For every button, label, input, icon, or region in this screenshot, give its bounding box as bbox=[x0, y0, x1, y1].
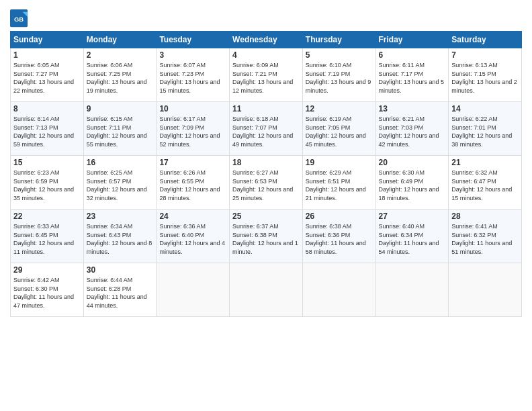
day-number: 29 bbox=[13, 265, 81, 275]
day-info: Sunrise: 6:07 AMSunset: 7:23 PMDaylight:… bbox=[159, 61, 226, 95]
day-number: 21 bbox=[451, 158, 519, 167]
day-info: Sunrise: 6:14 AMSunset: 7:13 PMDaylight:… bbox=[13, 115, 81, 148]
calendar-cell: 3Sunrise: 6:07 AMSunset: 7:23 PMDaylight… bbox=[157, 48, 230, 102]
calendar-cell: 4Sunrise: 6:09 AMSunset: 7:21 PMDaylight… bbox=[230, 48, 303, 102]
calendar-cell: 13Sunrise: 6:21 AMSunset: 7:03 PMDayligh… bbox=[375, 102, 449, 156]
day-info: Sunrise: 6:42 AMSunset: 6:30 PMDaylight:… bbox=[13, 276, 81, 310]
day-info: Sunrise: 6:37 AMSunset: 6:38 PMDaylight:… bbox=[232, 222, 300, 256]
day-info: Sunrise: 6:32 AMSunset: 6:47 PMDaylight:… bbox=[451, 169, 519, 202]
day-number: 1 bbox=[13, 50, 81, 60]
day-number: 9 bbox=[87, 104, 154, 113]
weekday-header-friday: Friday bbox=[375, 32, 449, 48]
day-info: Sunrise: 6:10 AMSunset: 7:19 PMDaylight:… bbox=[306, 61, 373, 95]
week-row-4: 22Sunrise: 6:33 AMSunset: 6:45 PMDayligh… bbox=[11, 210, 522, 263]
day-info: Sunrise: 6:17 AMSunset: 7:09 PMDaylight:… bbox=[159, 115, 226, 148]
day-number: 6 bbox=[379, 50, 446, 60]
day-info: Sunrise: 6:27 AMSunset: 6:53 PMDaylight:… bbox=[232, 169, 300, 202]
calendar-cell: 2Sunrise: 6:06 AMSunset: 7:25 PMDaylight… bbox=[83, 48, 157, 102]
day-info: Sunrise: 6:06 AMSunset: 7:25 PMDaylight:… bbox=[87, 61, 154, 95]
weekday-header-sunday: Sunday bbox=[11, 32, 84, 48]
day-number: 20 bbox=[379, 158, 446, 167]
calendar-cell: 10Sunrise: 6:17 AMSunset: 7:09 PMDayligh… bbox=[157, 102, 230, 156]
calendar-cell: 29Sunrise: 6:42 AMSunset: 6:30 PMDayligh… bbox=[11, 263, 84, 317]
day-number: 30 bbox=[87, 265, 154, 275]
week-row-5: 29Sunrise: 6:42 AMSunset: 6:30 PMDayligh… bbox=[11, 263, 522, 317]
day-number: 16 bbox=[87, 158, 154, 167]
day-number: 7 bbox=[451, 50, 519, 60]
day-number: 10 bbox=[159, 104, 226, 113]
day-info: Sunrise: 6:11 AMSunset: 7:17 PMDaylight:… bbox=[379, 61, 446, 95]
calendar-cell: 19Sunrise: 6:29 AMSunset: 6:51 PMDayligh… bbox=[302, 156, 375, 210]
day-number: 27 bbox=[379, 212, 446, 221]
week-row-2: 8Sunrise: 6:14 AMSunset: 7:13 PMDaylight… bbox=[11, 102, 522, 156]
calendar-cell: 7Sunrise: 6:13 AMSunset: 7:15 PMDaylight… bbox=[449, 48, 522, 102]
calendar-cell bbox=[302, 263, 375, 317]
calendar-cell: 27Sunrise: 6:40 AMSunset: 6:34 PMDayligh… bbox=[375, 210, 449, 263]
day-info: Sunrise: 6:19 AMSunset: 7:05 PMDaylight:… bbox=[306, 115, 373, 148]
day-number: 24 bbox=[159, 212, 226, 221]
day-number: 28 bbox=[451, 212, 519, 221]
day-number: 18 bbox=[232, 158, 300, 167]
calendar-cell: 6Sunrise: 6:11 AMSunset: 7:17 PMDaylight… bbox=[375, 48, 449, 102]
day-info: Sunrise: 6:22 AMSunset: 7:01 PMDaylight:… bbox=[451, 115, 519, 148]
day-info: Sunrise: 6:29 AMSunset: 6:51 PMDaylight:… bbox=[306, 169, 373, 202]
day-info: Sunrise: 6:40 AMSunset: 6:34 PMDaylight:… bbox=[379, 222, 446, 256]
weekday-header-tuesday: Tuesday bbox=[157, 32, 230, 48]
weekday-header-monday: Monday bbox=[83, 32, 157, 48]
day-info: Sunrise: 6:09 AMSunset: 7:21 PMDaylight:… bbox=[232, 61, 300, 95]
calendar-cell bbox=[230, 263, 303, 317]
week-row-3: 15Sunrise: 6:23 AMSunset: 6:59 PMDayligh… bbox=[11, 156, 522, 210]
day-number: 11 bbox=[232, 104, 300, 113]
day-info: Sunrise: 6:26 AMSunset: 6:55 PMDaylight:… bbox=[159, 169, 226, 202]
day-number: 12 bbox=[306, 104, 373, 113]
calendar-cell: 8Sunrise: 6:14 AMSunset: 7:13 PMDaylight… bbox=[11, 102, 84, 156]
day-info: Sunrise: 6:05 AMSunset: 7:27 PMDaylight:… bbox=[13, 61, 81, 95]
logo: GB bbox=[10, 9, 30, 28]
calendar-cell: 17Sunrise: 6:26 AMSunset: 6:55 PMDayligh… bbox=[157, 156, 230, 210]
day-info: Sunrise: 6:25 AMSunset: 6:57 PMDaylight:… bbox=[87, 169, 154, 202]
calendar-cell: 21Sunrise: 6:32 AMSunset: 6:47 PMDayligh… bbox=[449, 156, 522, 210]
day-info: Sunrise: 6:38 AMSunset: 6:36 PMDaylight:… bbox=[306, 222, 373, 256]
calendar-cell: 25Sunrise: 6:37 AMSunset: 6:38 PMDayligh… bbox=[230, 210, 303, 263]
day-info: Sunrise: 6:13 AMSunset: 7:15 PMDaylight:… bbox=[451, 61, 519, 95]
day-number: 5 bbox=[306, 50, 373, 60]
calendar-cell bbox=[449, 263, 522, 317]
calendar-cell: 20Sunrise: 6:30 AMSunset: 6:49 PMDayligh… bbox=[375, 156, 449, 210]
day-info: Sunrise: 6:30 AMSunset: 6:49 PMDaylight:… bbox=[379, 169, 446, 202]
week-row-1: 1Sunrise: 6:05 AMSunset: 7:27 PMDaylight… bbox=[11, 48, 522, 102]
calendar-cell: 30Sunrise: 6:44 AMSunset: 6:28 PMDayligh… bbox=[83, 263, 157, 317]
calendar-cell: 23Sunrise: 6:34 AMSunset: 6:43 PMDayligh… bbox=[83, 210, 157, 263]
calendar-cell: 5Sunrise: 6:10 AMSunset: 7:19 PMDaylight… bbox=[302, 48, 375, 102]
day-number: 8 bbox=[13, 104, 81, 113]
day-info: Sunrise: 6:44 AMSunset: 6:28 PMDaylight:… bbox=[87, 276, 154, 310]
calendar-cell: 15Sunrise: 6:23 AMSunset: 6:59 PMDayligh… bbox=[11, 156, 84, 210]
day-number: 23 bbox=[87, 212, 154, 221]
calendar-cell bbox=[157, 263, 230, 317]
day-info: Sunrise: 6:36 AMSunset: 6:40 PMDaylight:… bbox=[159, 222, 226, 256]
logo-icon: GB bbox=[10, 9, 29, 28]
day-number: 4 bbox=[232, 50, 300, 60]
svg-text:GB: GB bbox=[14, 16, 24, 23]
calendar-cell bbox=[375, 263, 449, 317]
day-number: 26 bbox=[306, 212, 373, 221]
calendar: SundayMondayTuesdayWednesdayThursdayFrid… bbox=[10, 31, 522, 317]
day-number: 19 bbox=[306, 158, 373, 167]
calendar-cell: 11Sunrise: 6:18 AMSunset: 7:07 PMDayligh… bbox=[230, 102, 303, 156]
day-info: Sunrise: 6:41 AMSunset: 6:32 PMDaylight:… bbox=[451, 222, 519, 256]
calendar-cell: 26Sunrise: 6:38 AMSunset: 6:36 PMDayligh… bbox=[302, 210, 375, 263]
day-info: Sunrise: 6:23 AMSunset: 6:59 PMDaylight:… bbox=[13, 169, 81, 202]
day-number: 14 bbox=[451, 104, 519, 113]
calendar-cell: 24Sunrise: 6:36 AMSunset: 6:40 PMDayligh… bbox=[157, 210, 230, 263]
calendar-cell: 22Sunrise: 6:33 AMSunset: 6:45 PMDayligh… bbox=[11, 210, 84, 263]
day-number: 2 bbox=[87, 50, 154, 60]
calendar-cell: 9Sunrise: 6:15 AMSunset: 7:11 PMDaylight… bbox=[83, 102, 157, 156]
calendar-cell: 12Sunrise: 6:19 AMSunset: 7:05 PMDayligh… bbox=[302, 102, 375, 156]
calendar-cell: 16Sunrise: 6:25 AMSunset: 6:57 PMDayligh… bbox=[83, 156, 157, 210]
day-info: Sunrise: 6:15 AMSunset: 7:11 PMDaylight:… bbox=[87, 115, 154, 148]
weekday-header-thursday: Thursday bbox=[302, 32, 375, 48]
weekday-header-row: SundayMondayTuesdayWednesdayThursdayFrid… bbox=[11, 32, 522, 48]
day-number: 13 bbox=[379, 104, 446, 113]
weekday-header-wednesday: Wednesday bbox=[230, 32, 303, 48]
calendar-cell: 28Sunrise: 6:41 AMSunset: 6:32 PMDayligh… bbox=[449, 210, 522, 263]
day-info: Sunrise: 6:18 AMSunset: 7:07 PMDaylight:… bbox=[232, 115, 300, 148]
